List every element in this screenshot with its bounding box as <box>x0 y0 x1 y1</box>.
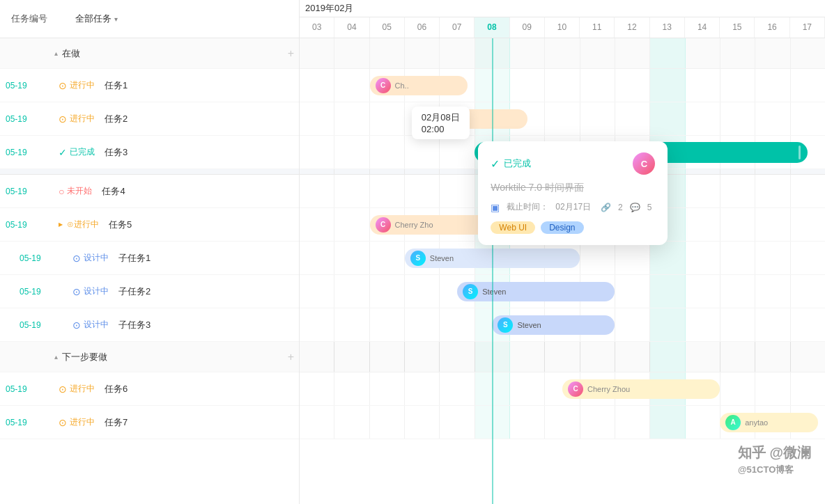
bar-subtask1-label: Steven <box>430 254 454 262</box>
bar-subtask3[interactable]: S Steven <box>492 315 615 335</box>
bar-task6[interactable]: C Cherry Zhou <box>562 379 720 399</box>
task2-left: 05-19 ⊙进行中 任务2 <box>0 102 300 135</box>
subtask2-name: 子任务2 <box>118 285 151 298</box>
day-03: 03 <box>300 17 334 38</box>
status-design-icon3: ⊙ <box>72 320 81 331</box>
status-inprogress-icon4: ⊙ <box>59 384 67 395</box>
task7-left: 05-19 ⊙进行中 任务7 <box>0 406 300 439</box>
task4-id: 05-19 <box>6 187 54 196</box>
left-panel: ▴ 在做 + 05-19 ⊙进行中 任务1 0 <box>0 38 300 504</box>
task-id-column-header: 任务编号 <box>11 13 47 25</box>
tag-design[interactable]: Design <box>541 221 583 234</box>
gantt-header: 任务编号 全部任务 ▾ 2019年02月 03 04 05 06 07 08 0… <box>0 0 825 38</box>
day-05: 05 <box>370 17 405 38</box>
right-header: 2019年02月 03 04 05 06 07 08 09 10 11 12 1… <box>300 0 825 38</box>
tooltip-status-area: ✓ 已完成 <box>491 157 531 171</box>
tooltip-deadline-value: 02月17日 <box>555 201 591 213</box>
bg-group-next <box>300 342 825 372</box>
right-panel: C Ch.. C 02月08日 02:00 <box>300 38 825 504</box>
add-task-next-button[interactable]: + <box>288 351 294 363</box>
subtask3-id: 05-19 <box>20 320 68 330</box>
bg-row-task7: A anytao <box>300 406 825 439</box>
bg-group-zaizuo <box>300 38 825 69</box>
calendar-icon: ▣ <box>491 202 500 213</box>
add-task-zaizuo-button[interactable]: + <box>288 47 294 60</box>
subtask1-name: 子任务1 <box>118 252 151 265</box>
task-row-subtask1: 05-19 ⊙设计中 子任务1 <box>0 242 299 275</box>
status-inprogress-icon2: ⊙ <box>59 113 67 125</box>
group-label-zaizuo: ▴ 在做 <box>54 47 288 60</box>
status-design-icon2: ⊙ <box>72 286 81 297</box>
day-07: 07 <box>440 17 475 38</box>
subtask3-status[interactable]: ⊙设计中 <box>68 317 113 332</box>
task7-name: 任务7 <box>105 416 128 429</box>
subtask3-left: 05-19 ⊙设计中 子任务3 <box>0 308 300 341</box>
task4-left: 05-19 ○未开始 任务4 <box>0 175 300 207</box>
tooltip-header: ✓ 已完成 C <box>491 152 655 175</box>
subtask1-status[interactable]: ⊙设计中 <box>68 251 113 265</box>
task2-id: 05-19 <box>6 114 54 124</box>
avatar-steven-subtask1: S <box>410 251 426 266</box>
bar-task3-end-handle[interactable] <box>799 145 801 159</box>
task1-id: 05-19 <box>6 81 54 90</box>
subtask2-status[interactable]: ⊙设计中 <box>68 284 113 299</box>
bg-row-subtask2: S Steven <box>300 275 825 308</box>
task-row-task1: 05-19 ⊙进行中 任务1 <box>0 69 299 102</box>
avatar-anytao-task7: A <box>725 415 741 430</box>
bg-row-task2: C 02月08日 02:00 <box>300 102 825 136</box>
tag-webui[interactable]: Web UI <box>491 221 535 234</box>
status-design-icon1: ⊙ <box>72 253 81 264</box>
task6-status[interactable]: ⊙进行中 <box>54 381 99 396</box>
day-10: 10 <box>545 17 580 38</box>
tooltip-meta: ▣ 截止时间： 02月17日 🔗 2 💬 5 <box>491 201 655 213</box>
bar-task7[interactable]: A anytao <box>720 413 818 432</box>
subtask1-left: 05-19 ⊙设计中 子任务1 <box>0 242 300 274</box>
all-tasks-filter[interactable]: 全部任务 ▾ <box>75 13 118 25</box>
day-15: 15 <box>720 17 755 38</box>
task2-name: 任务2 <box>105 113 128 125</box>
task4-name: 任务4 <box>102 185 125 198</box>
chevron-down-icon: ▾ <box>114 15 118 23</box>
avatar-steven-subtask3: S <box>498 317 513 333</box>
bar-task1[interactable]: C Ch.. <box>370 76 468 95</box>
task-row-task6: 05-19 ⊙进行中 任务6 <box>0 372 299 406</box>
status-inprogress-icon: ⊙ <box>59 80 67 91</box>
group-arrow-zaizuo: ▴ <box>54 49 58 57</box>
bar-subtask2[interactable]: S Steven <box>457 282 615 301</box>
group-left-next: ▴ 下一步要做 + <box>0 342 300 372</box>
tooltip-deadline-label: 截止时间： <box>507 201 548 213</box>
tooltip-comment-icon: 💬 <box>630 203 640 212</box>
tooltip-assignee-avatar: C <box>633 152 655 175</box>
day-09: 09 <box>510 17 545 38</box>
task3-status[interactable]: ✓已完成 <box>54 145 99 159</box>
task1-status[interactable]: ⊙进行中 <box>54 78 99 93</box>
task3-id: 05-19 <box>6 148 54 157</box>
avatar-cherry-task6: C <box>568 381 583 397</box>
task5-status[interactable]: ▶⊙进行中 <box>54 217 103 232</box>
bar-task5-label: Cherry Zho <box>395 221 433 229</box>
task4-status[interactable]: ○未开始 <box>54 184 96 198</box>
subtask2-left: 05-19 ⊙设计中 子任务2 <box>0 275 300 308</box>
day-04: 04 <box>334 17 369 38</box>
date-popup: 02月08日 02:00 <box>412 107 470 139</box>
gantt-body: ▴ 在做 + 05-19 ⊙进行中 任务1 0 <box>0 38 825 504</box>
day-06: 06 <box>405 17 440 38</box>
date-popup-time: 02:00 <box>422 124 460 134</box>
bar-subtask1[interactable]: S Steven <box>405 249 580 268</box>
task3-left: 05-19 ✓已完成 任务3 <box>0 136 300 168</box>
day-13: 13 <box>650 17 685 38</box>
task2-status[interactable]: ⊙进行中 <box>54 111 99 126</box>
group-name-zaizuo: 在做 <box>62 47 80 60</box>
status-notstarted-icon: ○ <box>59 186 64 197</box>
day-12: 12 <box>615 17 649 38</box>
group-row-zaizuo: ▴ 在做 + <box>0 38 299 69</box>
bar-task1-label: Ch.. <box>395 81 409 90</box>
month-row: 2019年02月 <box>300 0 825 17</box>
day-16: 16 <box>755 17 789 38</box>
tooltip-check-icon: ✓ <box>491 157 500 171</box>
bar-task6-label: Cherry Zhou <box>587 385 630 393</box>
subtask3-name: 子任务3 <box>118 319 151 331</box>
task7-status[interactable]: ⊙进行中 <box>54 415 99 430</box>
task5-name: 任务5 <box>109 219 132 231</box>
task-row-subtask2: 05-19 ⊙设计中 子任务2 <box>0 275 299 308</box>
